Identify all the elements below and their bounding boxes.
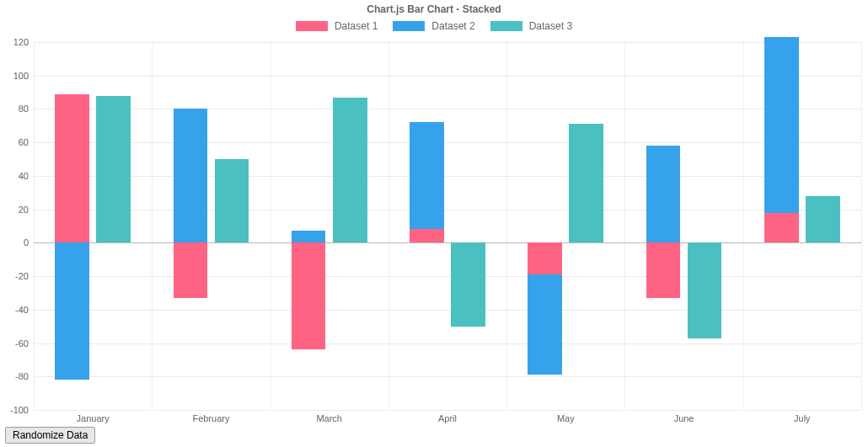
legend-item-3[interactable]: Dataset 3 [490,20,572,32]
legend-swatch [296,21,328,31]
bar-segment[interactable] [292,231,326,242]
y-tick-label: -60 [15,338,29,349]
plot-area: -100-80-60-40-20020406080100120 [34,42,861,410]
bar-segment[interactable] [806,196,840,243]
y-tick-label: 80 [19,104,29,114]
x-tick-label: February [192,413,229,423]
y-tick-label: 60 [19,137,29,147]
x-tick-label: May [557,413,575,423]
legend-swatch [393,21,425,31]
legend-label: Dataset 2 [431,20,474,32]
bar-segment[interactable] [646,146,681,242]
x-axis-labels: JanuaryFebruaryMarchAprilMayJuneJuly [34,413,861,427]
y-tick-label: 0 [24,237,29,247]
legend-item-1[interactable]: Dataset 1 [296,20,378,32]
bar-segment[interactable] [96,96,131,243]
y-tick-label: -100 [10,405,29,415]
bar-segment[interactable] [688,242,722,338]
bar-segment[interactable] [410,122,444,229]
y-tick-label: 100 [13,71,29,81]
bar-segment[interactable] [764,213,799,243]
y-tick-label: 120 [13,37,29,47]
legend-label: Dataset 1 [335,20,378,32]
bar-segment[interactable] [451,242,485,326]
y-tick-label: -20 [15,271,29,281]
bar-segment[interactable] [174,242,208,298]
chart-title: Chart.js Bar Chart - Stacked [0,0,868,15]
bar-segment[interactable] [55,242,89,380]
chart-container: Chart.js Bar Chart - Stacked Dataset 1Da… [0,0,868,447]
y-tick-label: -40 [15,305,29,315]
legend-swatch [490,21,522,31]
x-tick-label: June [674,413,694,423]
bar-segment[interactable] [764,37,799,213]
x-tick-label: January [77,413,110,423]
x-tick-label: July [794,413,811,423]
legend: Dataset 1Dataset 2Dataset 3 [0,20,868,32]
bar-segment[interactable] [292,242,326,349]
bar-segment[interactable] [569,124,603,242]
gridline [34,410,861,411]
randomize-data-button[interactable]: Randomize Data [5,427,95,444]
y-tick-label: 20 [19,205,29,215]
bar-segment[interactable] [528,274,562,375]
legend-label: Dataset 3 [529,20,572,32]
bar-segment[interactable] [174,109,208,242]
x-tick-label: March [316,413,342,423]
bar-segment[interactable] [215,159,249,242]
y-tick-label: -80 [15,371,29,381]
bar-segment[interactable] [410,229,444,242]
bar-segment[interactable] [55,94,89,243]
vgrid [861,42,862,410]
bar-segment[interactable] [528,242,562,274]
bar-segment[interactable] [333,98,367,243]
bar-segment[interactable] [646,242,681,298]
y-tick-label: 40 [19,171,29,181]
x-tick-label: April [438,413,457,423]
legend-item-2[interactable]: Dataset 2 [393,20,474,32]
